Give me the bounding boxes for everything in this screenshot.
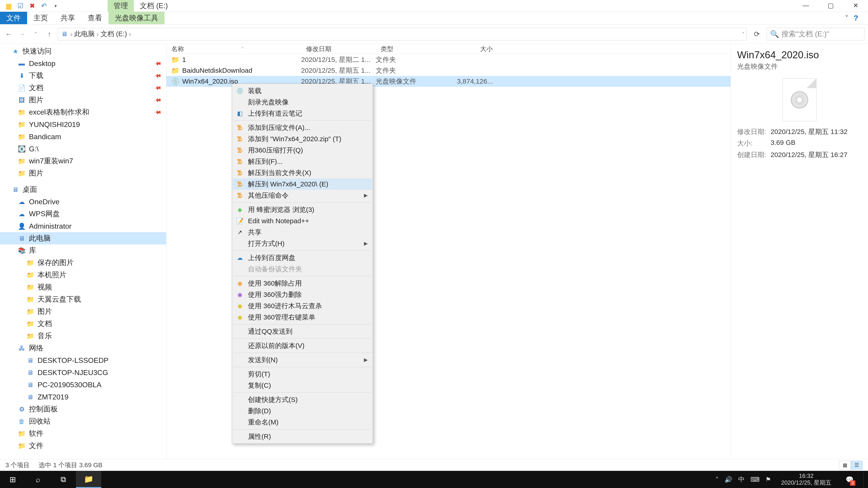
sidebar-wps[interactable]: ☁WPS网盘 xyxy=(0,208,166,220)
breadcrumb-pc[interactable]: 此电脑 xyxy=(74,29,95,39)
sidebar-desktop[interactable]: ▬Desktop📌 xyxy=(0,57,166,70)
address-dropdown-icon[interactable]: ˅ xyxy=(742,31,744,37)
menu-copy[interactable]: 复制(C) xyxy=(232,380,372,391)
sidebar-excel-folder[interactable]: 📁excel表格制作求和📌 xyxy=(0,106,166,119)
recent-dropdown-icon[interactable]: ˅ xyxy=(31,31,41,37)
menu-properties[interactable]: 属性(R) xyxy=(232,431,372,442)
sidebar-network[interactable]: 🖧网络 xyxy=(0,342,166,354)
minimize-button[interactable]: — xyxy=(794,0,818,11)
help-icon[interactable]: ? xyxy=(854,13,865,22)
sidebar-videos[interactable]: 📁视频 xyxy=(0,281,166,293)
sidebar-lib-music[interactable]: 📁音乐 xyxy=(0,330,166,342)
show-desktop-button[interactable] xyxy=(864,471,866,488)
menu-youdao[interactable]: ◧上传到有道云笔记 xyxy=(232,108,372,119)
menu-360-delete[interactable]: ◉使用 360强力删除 xyxy=(232,289,372,300)
up-button[interactable]: ↑ xyxy=(44,30,54,38)
column-date[interactable]: 修改日期 xyxy=(301,45,376,53)
sidebar-camera-roll[interactable]: 📁本机照片 xyxy=(0,269,166,281)
menu-extract-here[interactable]: 🗜解压到当前文件夹(X) xyxy=(232,167,372,178)
clock[interactable]: 16:32 2020/12/25, 星期五 xyxy=(777,473,835,486)
collapse-ribbon-icon[interactable]: ˅ xyxy=(840,13,854,24)
chevron-right-icon[interactable]: › xyxy=(129,30,131,38)
maximize-button[interactable]: ▢ xyxy=(818,0,843,11)
tab-view[interactable]: 查看 xyxy=(81,12,108,24)
sidebar-this-pc[interactable]: 🖥此电脑 xyxy=(0,232,166,245)
sidebar-saved-pictures[interactable]: 📁保存的图片 xyxy=(0,257,166,269)
security-icon[interactable]: ⚑ xyxy=(765,476,771,483)
menu-add-zip[interactable]: 🗜添加到 "Win7x64_2020.zip" (T) xyxy=(232,133,372,144)
menu-rename[interactable]: 重命名(M) xyxy=(232,417,372,428)
breadcrumb-docs[interactable]: 文档 (E:) xyxy=(101,29,127,39)
menu-qq-send[interactable]: 通过QQ发送到 xyxy=(232,326,372,337)
sidebar-net-pc3[interactable]: 🖥PC-20190530OBLA xyxy=(0,379,166,391)
sidebar-files[interactable]: 📁文件 xyxy=(0,440,166,452)
address-bar[interactable]: 🖥 › 此电脑 › 文档 (E:) › ˅ xyxy=(58,28,747,40)
tab-share[interactable]: 共享 xyxy=(54,12,81,24)
sidebar-win7-reinstall[interactable]: 📁win7重装win7 xyxy=(0,155,166,167)
file-row[interactable]: 📁BaiduNetdiskDownload 2020/12/25, 星期五 1.… xyxy=(166,65,731,76)
menu-360zip[interactable]: 🗜用360压缩打开(Q) xyxy=(232,144,372,156)
menu-send-to[interactable]: 发送到(N)▶ xyxy=(232,354,372,365)
qat-dropdown-icon[interactable]: ▾ xyxy=(51,1,60,10)
sidebar-net-pc4[interactable]: 🖥ZMT2019 xyxy=(0,391,166,403)
task-view-button[interactable]: ⧉ xyxy=(51,471,76,488)
menu-delete[interactable]: 删除(D) xyxy=(232,405,372,417)
sidebar-pictures2[interactable]: 📁图片 xyxy=(0,167,166,180)
sidebar-administrator[interactable]: 👤Administrator xyxy=(0,220,166,232)
sidebar-bandicam[interactable]: 📁Bandicam xyxy=(0,131,166,143)
view-details-button[interactable]: ☰ xyxy=(851,461,863,470)
column-size[interactable]: 大小 xyxy=(438,45,500,53)
sidebar-lib-pictures[interactable]: 📁图片 xyxy=(0,305,166,318)
chevron-right-icon[interactable]: › xyxy=(70,30,72,38)
explorer-taskbar-button[interactable]: 📁 xyxy=(76,471,101,488)
delete-icon[interactable]: ✖ xyxy=(28,1,37,10)
sidebar-recycle-bin[interactable]: 🗑回收站 xyxy=(0,415,166,427)
menu-shortcut[interactable]: 创建快捷方式(S) xyxy=(232,394,372,405)
menu-other-zip[interactable]: 🗜其他压缩命令▶ xyxy=(232,190,372,201)
sidebar-quick-access[interactable]: ★快速访问 xyxy=(0,45,166,57)
back-button[interactable]: ← xyxy=(4,30,13,38)
menu-honeyview[interactable]: ◆用 蜂蜜浏览器 浏览(3) xyxy=(232,204,372,215)
menu-notepadpp[interactable]: 📝Edit with Notepad++ xyxy=(232,215,372,227)
menu-share[interactable]: ↗共享 xyxy=(232,227,372,238)
start-button[interactable]: ⊞ xyxy=(0,471,25,488)
column-name[interactable]: 名称˄ xyxy=(166,45,301,53)
menu-360-scan[interactable]: ◉使用 360进行木马云查杀 xyxy=(232,300,372,312)
menu-baidu-upload[interactable]: ☁上传到百度网盘 xyxy=(232,252,372,263)
menu-restore-version[interactable]: 还原以前的版本(V) xyxy=(232,340,372,351)
menu-extract-folder[interactable]: 🗜解压到 Win7x64_2020\ (E) xyxy=(232,178,372,190)
sidebar-documents[interactable]: 📄文档📌 xyxy=(0,82,166,94)
view-thumbnails-button[interactable]: ▦ xyxy=(839,461,851,470)
sidebar-libraries[interactable]: 📚库 xyxy=(0,245,166,257)
forward-button[interactable]: → xyxy=(17,30,27,38)
sidebar-lib-documents[interactable]: 📁文档 xyxy=(0,318,166,330)
search-input[interactable]: 🔍 搜索"文档 (E:)" xyxy=(767,28,864,40)
menu-cut[interactable]: 剪切(T) xyxy=(232,368,372,380)
properties-icon[interactable]: ☑ xyxy=(16,1,25,10)
menu-mount[interactable]: 💿装载 xyxy=(232,85,372,96)
tab-home[interactable]: 主页 xyxy=(27,12,54,24)
chevron-right-icon[interactable]: › xyxy=(96,30,99,38)
undo-icon[interactable]: ↶ xyxy=(39,1,49,10)
sidebar-control-panel[interactable]: ⚙控制面板 xyxy=(0,403,166,415)
menu-extract-to[interactable]: 🗜解压到(F)... xyxy=(232,156,372,167)
sidebar-desktop-root[interactable]: 🖥桌面 xyxy=(0,184,166,196)
menu-360-unlock[interactable]: ◉使用 360解除占用 xyxy=(232,278,372,289)
sidebar-g-drive[interactable]: 💽G:\ xyxy=(0,143,166,155)
sidebar-yunqishi[interactable]: 📁YUNQISHI2019 xyxy=(0,119,166,131)
sidebar-software[interactable]: 📁软件 xyxy=(0,427,166,440)
sidebar-tianyi[interactable]: 📁天翼云盘下载 xyxy=(0,293,166,305)
sidebar-onedrive[interactable]: ☁OneDrive xyxy=(0,196,166,208)
sidebar-net-pc2[interactable]: 🖥DESKTOP-NJEU3CG xyxy=(0,366,166,379)
menu-360-menu[interactable]: ◉使用 360管理右键菜单 xyxy=(232,312,372,323)
ime-indicator[interactable]: 中 xyxy=(738,475,745,484)
menu-open-with[interactable]: 打开方式(H)▶ xyxy=(232,238,372,249)
sidebar-net-pc1[interactable]: 🖥DESKTOP-LSSOEDP xyxy=(0,354,166,366)
context-tab-manage[interactable]: 管理 xyxy=(107,0,134,12)
ime-mode-icon[interactable]: ⌨ xyxy=(750,476,760,483)
action-center-button[interactable]: 💬3 xyxy=(841,471,858,488)
sidebar-downloads[interactable]: ⬇下载📌 xyxy=(0,70,166,82)
tab-file[interactable]: 文件 xyxy=(0,12,27,24)
search-button[interactable]: ⌕ xyxy=(25,471,51,488)
menu-burn[interactable]: 刻录光盘映像 xyxy=(232,96,372,108)
